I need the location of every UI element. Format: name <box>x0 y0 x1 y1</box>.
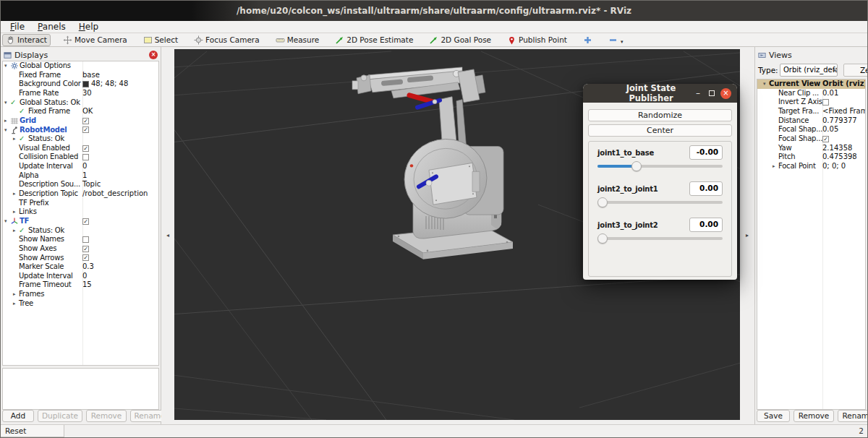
property-value[interactable]: Orbit (rviz) <box>822 80 866 89</box>
tree-row[interactable]: ▾Global Options <box>3 61 158 71</box>
tool-interact[interactable]: Interact <box>2 34 51 46</box>
tree-row[interactable]: Invert Z Axis <box>757 98 865 107</box>
tree-row[interactable]: ▸Focal Point0; 0; 0 <box>757 162 865 171</box>
center-button[interactable]: Center <box>588 124 732 137</box>
property-value[interactable]: 15 <box>82 280 92 290</box>
window-titlebar[interactable]: /home/u20/colcon_ws/install/ultraarm/sha… <box>1 1 867 21</box>
property-value[interactable]: 0; 0; 0 <box>822 162 846 171</box>
tree-row[interactable]: Frame Timeout15 <box>3 280 158 290</box>
expander-down-icon[interactable]: ▾ <box>4 61 10 71</box>
property-value[interactable]: base <box>82 71 100 80</box>
tool-measure[interactable]: Measure <box>272 34 323 46</box>
checkbox-checked[interactable]: ✓ <box>82 118 89 124</box>
tree-row[interactable]: Background Color48; 48; 48 <box>3 80 158 89</box>
property-value[interactable]: 0 <box>82 162 87 171</box>
views-panel-header[interactable]: Views <box>755 49 867 61</box>
property-value[interactable]: /robot_description <box>82 189 148 199</box>
property-value[interactable]: 48; 48; 48 <box>82 80 128 89</box>
joint-slider[interactable] <box>597 233 723 244</box>
property-value[interactable]: <Fixed Frame> <box>822 107 866 116</box>
property-value[interactable]: 2.14358 <box>822 143 852 153</box>
dialog-titlebar[interactable]: Joint State Publisher – × <box>583 84 737 103</box>
menu-item-help[interactable]: Help <box>72 22 105 32</box>
tree-row[interactable]: ▸✓Status: Ok <box>3 226 158 236</box>
expander-right-icon[interactable]: ▸ <box>13 189 19 199</box>
tree-row[interactable]: TF Prefix <box>3 199 158 208</box>
tree-row[interactable]: ▸Frames <box>3 290 158 299</box>
remove-button[interactable]: Remove <box>793 410 834 422</box>
expander-down-icon[interactable]: ▾ <box>4 217 10 226</box>
checkbox-checked[interactable]: ✓ <box>82 246 89 252</box>
add-button[interactable]: Add <box>2 410 34 422</box>
tree-row[interactable]: ▸Grid✓ <box>3 116 158 126</box>
tree-row[interactable]: Pitch0.475398 <box>757 153 865 162</box>
checkbox-checked[interactable]: ✓ <box>82 126 89 133</box>
tree-row[interactable]: ▸Tree <box>3 299 158 309</box>
property-value[interactable]: 0.05 <box>822 125 838 134</box>
tree-row[interactable]: Show Arrows✓ <box>3 253 158 262</box>
tree-row[interactable]: Focal Shap...0.05 <box>757 125 865 134</box>
expander-right-icon[interactable]: ▸ <box>4 116 10 126</box>
collapse-right-icon[interactable]: ▸ <box>741 230 753 241</box>
tree-row[interactable]: Fixed Framebase <box>3 71 158 80</box>
tree-row[interactable]: Distance0.779377 <box>757 116 865 126</box>
property-value[interactable]: ✓ <box>82 125 89 134</box>
collapse-left-icon[interactable]: ◂ <box>162 230 174 241</box>
joint-slider[interactable] <box>597 197 723 207</box>
tree-row[interactable]: ▸Links <box>3 207 158 217</box>
checkbox-unchecked[interactable] <box>822 99 829 106</box>
tree-row[interactable]: Frame Rate30 <box>3 89 158 98</box>
tree-row[interactable]: Focal Shap...✓ <box>757 134 865 144</box>
zero-button[interactable]: Zero <box>843 64 867 77</box>
tool-select[interactable]: Select <box>140 34 182 46</box>
tree-row[interactable]: ▾✓Global Status: Ok <box>3 98 158 108</box>
tree-row[interactable]: Show Axes✓ <box>3 244 158 254</box>
joint-value-input[interactable]: 0.00 <box>689 181 723 196</box>
property-value[interactable]: ✓ <box>82 144 89 153</box>
tree-row[interactable]: Target Fra...<Fixed Frame> <box>757 107 865 116</box>
tree-row[interactable]: ▾Current ViewOrbit (rviz) <box>757 80 865 89</box>
property-value[interactable]: 1 <box>82 171 87 181</box>
expander-right-icon[interactable]: ▸ <box>13 290 19 299</box>
tree-row[interactable]: Description Sou...Topic <box>3 180 158 189</box>
minimize-icon[interactable]: – <box>693 88 703 98</box>
tree-row[interactable]: ▸✓Status: Ok <box>3 134 158 144</box>
property-value[interactable]: ✓ <box>822 134 829 144</box>
tree-row[interactable]: ▾TF✓ <box>3 217 158 226</box>
tree-row[interactable]: Yaw2.14358 <box>757 143 865 153</box>
duplicate-button[interactable]: Duplicate <box>38 410 82 422</box>
tool-publish-point[interactable]: Publish Point <box>503 34 571 46</box>
tool-2d-goal-pose[interactable]: 2D Goal Pose <box>425 34 495 46</box>
expander-right-icon[interactable]: ▸ <box>13 207 19 217</box>
tree-row[interactable]: ▾RobotModel✓ <box>3 125 158 134</box>
tool-2d-pose-estimate[interactable]: 2D Pose Estimate <box>331 34 417 46</box>
tree-row[interactable]: Show Names <box>3 235 158 244</box>
menu-item-file[interactable]: File <box>4 22 31 32</box>
rename-button[interactable]: Rename <box>838 410 867 422</box>
slider-handle[interactable] <box>631 161 642 171</box>
tool-add-tool-plus-icon[interactable] <box>579 34 596 46</box>
save-button[interactable]: Save <box>757 410 790 422</box>
joint-value-input[interactable]: 0.00 <box>689 218 723 232</box>
joint-value-input[interactable]: -0.00 <box>689 145 723 160</box>
checkbox-checked[interactable]: ✓ <box>82 254 89 261</box>
joint-slider[interactable] <box>597 161 723 171</box>
tree-row[interactable]: Collision Enabled <box>3 153 158 162</box>
expander-right-icon[interactable]: ▸ <box>773 162 778 171</box>
tree-row[interactable]: ✓Fixed FrameOK <box>3 107 158 116</box>
tree-row[interactable]: Near Clip ...0.01 <box>757 89 865 98</box>
expander-right-icon[interactable]: ▸ <box>13 134 19 144</box>
property-value[interactable]: 0.475398 <box>822 153 857 162</box>
tool-remove-tool-minus-icon[interactable]: ▾ <box>605 34 627 46</box>
maximize-icon[interactable] <box>709 90 715 96</box>
close-icon[interactable]: × <box>720 88 731 99</box>
tree-row[interactable]: ▸Description Topic/robot_description <box>3 189 158 199</box>
tree-row[interactable]: Update Interval0 <box>3 272 158 281</box>
reset-button[interactable]: Reset <box>1 425 64 437</box>
expander-down-icon[interactable]: ▾ <box>4 98 10 108</box>
expander-right-icon[interactable]: ▸ <box>13 299 19 309</box>
menu-item-panels[interactable]: Panels <box>31 22 72 32</box>
displays-close-icon[interactable]: × <box>149 51 158 59</box>
property-value[interactable]: 0.779377 <box>822 116 857 126</box>
property-value[interactable]: 0 <box>82 272 87 281</box>
